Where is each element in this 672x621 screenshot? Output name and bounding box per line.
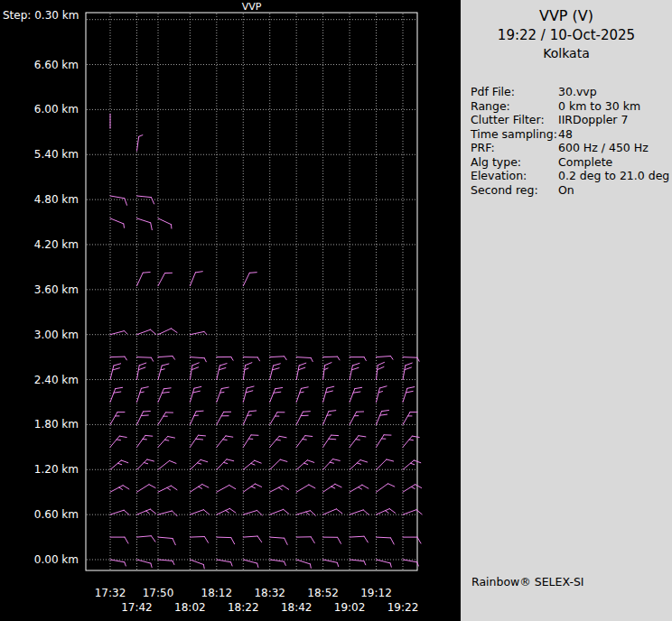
info-label: Alg type: bbox=[471, 155, 558, 170]
wind-barb bbox=[137, 135, 143, 152]
wind-barb bbox=[350, 485, 369, 492]
info-row-prf: PRF: 600 Hz / 450 Hz bbox=[471, 141, 672, 155]
x-tick-label: 18:02 bbox=[174, 601, 206, 614]
wind-barb bbox=[350, 387, 362, 402]
wind-barb bbox=[158, 218, 172, 228]
wind-barb bbox=[270, 560, 286, 565]
info-panel: VVP (V) 19:22 / 10-Oct-2025 Kolkata Pdf … bbox=[461, 0, 672, 621]
wind-barb bbox=[296, 412, 310, 425]
wind-barb bbox=[296, 537, 314, 543]
x-tick-label: 17:42 bbox=[121, 601, 153, 614]
wind-barb bbox=[158, 412, 173, 425]
wind-barb bbox=[243, 560, 258, 568]
wind-barb bbox=[137, 412, 151, 425]
scan-datetime: 19:22 / 10-Oct-2025 bbox=[461, 27, 672, 43]
wind-barb bbox=[296, 387, 308, 403]
wind-barb bbox=[158, 329, 177, 335]
wind-barb bbox=[137, 218, 153, 230]
wind-barb bbox=[350, 436, 366, 448]
wind-barb bbox=[217, 486, 236, 493]
wind-barb bbox=[403, 537, 421, 543]
wind-barb bbox=[350, 560, 366, 565]
wind-barb bbox=[190, 435, 205, 447]
wind-barb bbox=[243, 536, 261, 542]
y-tick-label: 2.40 km bbox=[34, 374, 79, 386]
wind-barb bbox=[137, 363, 146, 380]
wind-barb bbox=[243, 386, 254, 403]
x-tick-label: 17:50 bbox=[143, 587, 174, 599]
wind-barb bbox=[323, 484, 342, 492]
wind-barb bbox=[296, 357, 313, 362]
info-label: Elevation: bbox=[471, 169, 558, 183]
x-tick-label: 18:32 bbox=[254, 587, 285, 599]
wind-barb bbox=[350, 412, 364, 424]
y-tick-label: 3.60 km bbox=[34, 283, 79, 296]
vvp-window: VVP Step: 0.30 km 0.00 km0.60 km1.20 km1… bbox=[0, 0, 672, 621]
wind-barb bbox=[137, 329, 156, 335]
wind-barb bbox=[158, 388, 171, 403]
info-value: 0 km to 30 km bbox=[558, 99, 672, 114]
info-value: 48 bbox=[558, 127, 672, 142]
wind-barb bbox=[270, 436, 286, 447]
wind-barb bbox=[296, 511, 315, 516]
y-tick-label: 3.00 km bbox=[34, 329, 79, 341]
info-value: On bbox=[558, 183, 672, 198]
wind-barb bbox=[403, 357, 419, 362]
wind-barb bbox=[190, 411, 203, 424]
wind-barb bbox=[110, 218, 125, 227]
wind-barb bbox=[270, 459, 287, 469]
wind-barb bbox=[137, 387, 149, 403]
wind-barb bbox=[243, 357, 259, 361]
wind-barb bbox=[137, 509, 156, 514]
x-tick-label: 18:42 bbox=[281, 601, 313, 614]
wind-barb bbox=[377, 459, 394, 469]
wind-barb bbox=[137, 196, 154, 204]
y-tick-label: 4.20 km bbox=[34, 238, 79, 251]
wind-barb bbox=[137, 560, 153, 568]
info-value: 600 Hz / 450 Hz bbox=[558, 141, 672, 155]
x-tick-label: 19:12 bbox=[360, 587, 392, 599]
site-name: Kolkata bbox=[461, 46, 672, 60]
wind-barb bbox=[377, 386, 387, 403]
wind-barb bbox=[377, 357, 394, 360]
wind-barb bbox=[110, 364, 121, 380]
wind-barb bbox=[377, 537, 395, 544]
wind-barb bbox=[158, 357, 175, 360]
wind-barb bbox=[377, 362, 385, 379]
wind-barb bbox=[403, 560, 418, 566]
wind-barb bbox=[403, 510, 422, 514]
wind-barb bbox=[323, 435, 339, 447]
wind-barb bbox=[110, 560, 126, 566]
wind-barb bbox=[217, 364, 227, 380]
wind-barb bbox=[403, 436, 419, 447]
wind-barbs bbox=[110, 114, 422, 569]
x-tick-label: 18:12 bbox=[201, 587, 233, 599]
wind-barb bbox=[403, 412, 417, 425]
wind-barb bbox=[270, 388, 283, 403]
wind-barb bbox=[243, 411, 256, 424]
wind-barb bbox=[190, 459, 207, 469]
x-tick-label: 18:22 bbox=[228, 601, 259, 614]
wind-barb bbox=[110, 357, 126, 360]
wind-barb bbox=[270, 412, 285, 425]
wind-barb bbox=[137, 273, 151, 286]
wind-barb bbox=[190, 386, 201, 402]
wind-barb bbox=[110, 460, 128, 469]
wind-barb bbox=[296, 436, 313, 448]
wind-barb bbox=[110, 196, 127, 205]
wind-barb bbox=[217, 537, 235, 544]
wind-barb bbox=[243, 363, 252, 380]
wind-barb bbox=[110, 387, 123, 402]
wind-barb bbox=[190, 363, 199, 380]
wind-barb bbox=[190, 331, 207, 334]
y-tick-label: 6.00 km bbox=[34, 103, 79, 116]
info-row-elevation: Elevation: 0.2 deg to 21.0 deg bbox=[471, 169, 672, 183]
info-row-pdf-file: Pdf File: 30.vvp bbox=[471, 85, 672, 99]
info-value: IIRDoppler 7 bbox=[558, 113, 672, 127]
wind-barb bbox=[323, 459, 341, 470]
wind-barb bbox=[296, 560, 311, 568]
info-label: Pdf File: bbox=[471, 85, 558, 99]
wind-barb bbox=[110, 412, 125, 425]
wind-barb bbox=[158, 537, 175, 545]
wind-barb bbox=[403, 460, 421, 469]
